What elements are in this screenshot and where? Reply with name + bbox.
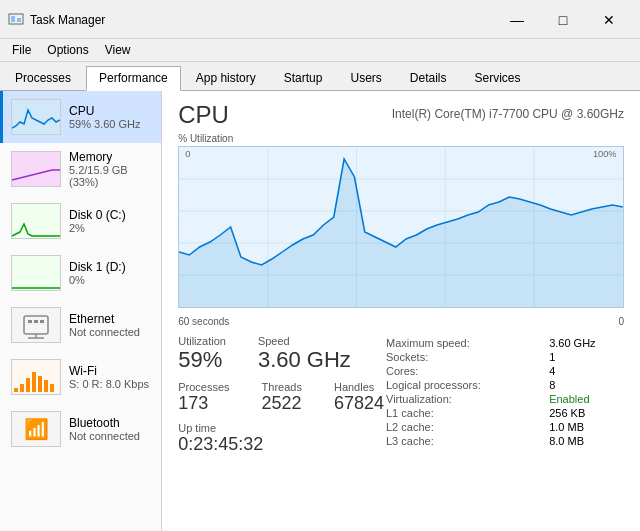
disk0-label: Disk 0 (C:) (69, 208, 153, 222)
uptime-value: 0:23:45:32 (178, 434, 384, 455)
tab-details[interactable]: Details (397, 66, 460, 90)
menu-file[interactable]: File (4, 41, 39, 59)
virt-label: Virtualization: (386, 393, 547, 405)
handles-value: 67824 (334, 393, 384, 414)
utilization-block: Utilization 59% (178, 335, 226, 373)
info-row-cores: Cores: 4 (386, 365, 622, 377)
minimize-button[interactable]: — (494, 6, 540, 34)
disk1-value: 0% (69, 274, 153, 286)
sidebar-item-disk1[interactable]: Disk 1 (D:) 0% (0, 247, 161, 299)
stats-left: Utilization 59% Speed 3.60 GHz Processes… (178, 335, 384, 455)
stats-section: Utilization 59% Speed 3.60 GHz Processes… (178, 335, 624, 455)
memory-info: Memory 5.2/15.9 GB (33%) (69, 150, 153, 188)
uptime-label: Up time (178, 422, 384, 434)
detail-header: CPU Intel(R) Core(TM) i7-7700 CPU @ 3.60… (178, 101, 624, 129)
sidebar-item-bluetooth[interactable]: 📶 Bluetooth Not connected (0, 403, 161, 455)
disk1-info: Disk 1 (D:) 0% (69, 260, 153, 286)
menu-view[interactable]: View (97, 41, 139, 59)
l2-label: L2 cache: (386, 421, 547, 433)
bluetooth-label: Bluetooth (69, 416, 153, 430)
speed-block: Speed 3.60 GHz (258, 335, 351, 373)
svg-rect-14 (40, 320, 44, 323)
utilization-speed-row: Utilization 59% Speed 3.60 GHz (178, 335, 384, 373)
info-row-sockets: Sockets: 1 (386, 351, 622, 363)
info-row-virt: Virtualization: Enabled (386, 393, 622, 405)
info-row-l1: L1 cache: 256 KB (386, 407, 622, 419)
logical-value: 8 (549, 379, 622, 391)
app-title: Task Manager (30, 13, 105, 27)
processes-row: Processes 173 Threads 2522 Handles 67824 (178, 381, 384, 414)
memory-thumbnail (11, 151, 61, 187)
window-controls: — □ ✕ (494, 6, 632, 34)
detail-panel: CPU Intel(R) Core(TM) i7-7700 CPU @ 3.60… (162, 91, 640, 531)
tab-app-history[interactable]: App history (183, 66, 269, 90)
svg-rect-6 (12, 256, 60, 290)
title-bar-left: Task Manager (8, 11, 105, 30)
info-row-l3: L3 cache: 8.0 MB (386, 435, 622, 447)
utilization-label: Utilization (178, 335, 226, 347)
max-speed-value: 3.60 GHz (549, 337, 622, 349)
svg-rect-12 (28, 320, 32, 323)
close-button[interactable]: ✕ (586, 6, 632, 34)
logical-label: Logical processors: (386, 379, 547, 391)
memory-value: 5.2/15.9 GB (33%) (69, 164, 153, 188)
wifi-thumbnail (11, 359, 61, 395)
svg-rect-17 (20, 384, 24, 392)
bluetooth-info: Bluetooth Not connected (69, 416, 153, 442)
wifi-label: Wi-Fi (69, 364, 153, 378)
chart-x-max: 0 (618, 316, 624, 327)
threads-label: Threads (262, 381, 302, 393)
svg-rect-2 (17, 18, 21, 22)
ethernet-label: Ethernet (69, 312, 153, 326)
svg-rect-22 (50, 384, 54, 392)
disk1-label: Disk 1 (D:) (69, 260, 153, 274)
tab-services[interactable]: Services (462, 66, 534, 90)
sidebar-item-ethernet[interactable]: Ethernet Not connected (0, 299, 161, 351)
disk0-thumbnail (11, 203, 61, 239)
svg-rect-21 (44, 380, 48, 392)
tab-performance[interactable]: Performance (86, 66, 181, 91)
wifi-info: Wi-Fi S: 0 R: 8.0 Kbps (69, 364, 153, 390)
memory-label: Memory (69, 150, 153, 164)
sidebar: CPU 59% 3.60 GHz Memory 5.2/15.9 GB (33%… (0, 91, 162, 531)
svg-text:0: 0 (185, 149, 190, 159)
handles-label: Handles (334, 381, 384, 393)
bluetooth-value: Not connected (69, 430, 153, 442)
sockets-label: Sockets: (386, 351, 547, 363)
l3-label: L3 cache: (386, 435, 547, 447)
info-table: Maximum speed: 3.60 GHz Sockets: 1 Cores… (384, 335, 624, 449)
svg-rect-4 (12, 152, 60, 186)
tab-startup[interactable]: Startup (271, 66, 336, 90)
svg-rect-19 (32, 372, 36, 392)
sidebar-item-wifi[interactable]: Wi-Fi S: 0 R: 8.0 Kbps (0, 351, 161, 403)
tab-bar: Processes Performance App history Startu… (0, 62, 640, 91)
tab-processes[interactable]: Processes (2, 66, 84, 90)
tab-users[interactable]: Users (337, 66, 394, 90)
svg-rect-13 (34, 320, 38, 323)
sidebar-item-memory[interactable]: Memory 5.2/15.9 GB (33%) (0, 143, 161, 195)
svg-rect-20 (38, 376, 42, 392)
l1-label: L1 cache: (386, 407, 547, 419)
detail-subtitle: Intel(R) Core(TM) i7-7700 CPU @ 3.60GHz (392, 107, 624, 121)
cpu-chart: 100% 0 (178, 146, 624, 308)
title-bar: Task Manager — □ ✕ (0, 0, 640, 39)
cores-label: Cores: (386, 365, 547, 377)
maximize-button[interactable]: □ (540, 6, 586, 34)
cpu-info: CPU 59% 3.60 GHz (69, 104, 153, 130)
chart-x-label: 60 seconds (178, 316, 229, 327)
menu-options[interactable]: Options (39, 41, 96, 59)
l2-value: 1.0 MB (549, 421, 622, 433)
sidebar-item-cpu[interactable]: CPU 59% 3.60 GHz (0, 91, 161, 143)
sockets-value: 1 (549, 351, 622, 363)
cpu-label: CPU (69, 104, 153, 118)
bluetooth-thumbnail: 📶 (11, 411, 61, 447)
stats-right: Maximum speed: 3.60 GHz Sockets: 1 Cores… (384, 335, 624, 455)
cpu-thumbnail (11, 99, 61, 135)
wifi-value: S: 0 R: 8.0 Kbps (69, 378, 153, 390)
l1-value: 256 KB (549, 407, 622, 419)
l3-value: 8.0 MB (549, 435, 622, 447)
disk0-info: Disk 0 (C:) 2% (69, 208, 153, 234)
sidebar-item-disk0[interactable]: Disk 0 (C:) 2% (0, 195, 161, 247)
svg-rect-18 (26, 378, 30, 392)
disk0-value: 2% (69, 222, 153, 234)
